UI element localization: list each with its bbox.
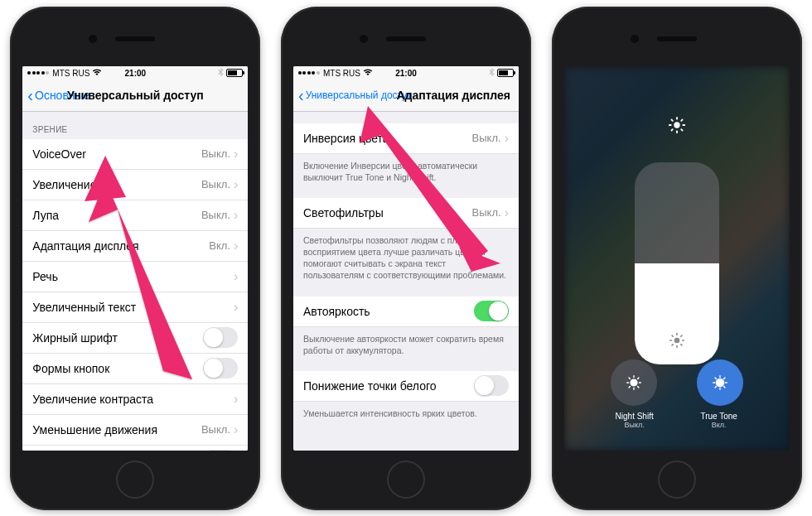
- chevron-right-icon: ›: [234, 208, 238, 223]
- row-invert-colors[interactable]: Инверсия цвета Выкл. ›: [293, 123, 519, 154]
- settings-list[interactable]: Инверсия цвета Выкл. › Включение Инверси…: [293, 112, 519, 423]
- row-button-shapes[interactable]: Формы кнопок: [22, 354, 248, 384]
- svg-line-36: [715, 386, 716, 387]
- back-button[interactable]: ‹ Универсальный доступ: [293, 87, 413, 104]
- brightness-slider[interactable]: [635, 162, 719, 364]
- section-header-vision: ЗРЕНИЕ: [22, 112, 248, 139]
- footer-filters: Светофильтры позволяют людям с плохим во…: [293, 229, 519, 285]
- footer-auto: Выключение автояркости может сократить в…: [293, 327, 519, 359]
- screen: MTS RUS 21:00 ‹ Основные Универсальный д…: [22, 66, 248, 451]
- toggle-onoff-labels[interactable]: [203, 450, 238, 451]
- row-display-accommodations[interactable]: Адаптация дисплея Вкл. ›: [22, 231, 248, 262]
- home-button[interactable]: [658, 461, 696, 499]
- night-shift-label: Night Shift Выкл.: [597, 412, 672, 429]
- svg-line-19: [680, 335, 681, 336]
- svg-line-28: [637, 378, 638, 379]
- label-text: Night Shift: [616, 412, 654, 421]
- toggle-reduce-white-point[interactable]: [474, 375, 509, 396]
- bluetooth-icon: [489, 68, 495, 79]
- row-value: Выкл.: [201, 423, 230, 436]
- row-auto-brightness[interactable]: Автояркость: [293, 297, 519, 327]
- row-zoom[interactable]: Увеличение Выкл. ›: [22, 170, 248, 200]
- battery-icon: [226, 69, 243, 77]
- row-value: Выкл.: [472, 132, 501, 144]
- home-button[interactable]: [116, 461, 154, 499]
- row-magnifier[interactable]: Лупа Выкл. ›: [22, 200, 248, 231]
- svg-line-9: [671, 129, 672, 130]
- chevron-right-icon: ›: [234, 269, 238, 284]
- row-reduce-motion[interactable]: Уменьшение движения Выкл. ›: [22, 415, 248, 446]
- row-label: Увеличенный текст: [32, 301, 234, 314]
- chevron-right-icon: ›: [234, 300, 238, 315]
- nav-bar: ‹ Основные Универсальный доступ: [22, 80, 248, 112]
- status-bar: MTS RUS 21:00: [22, 66, 248, 80]
- sun-icon: [668, 116, 686, 138]
- svg-point-29: [716, 379, 723, 386]
- chevron-left-icon: ‹: [298, 87, 304, 104]
- night-shift-button[interactable]: [611, 359, 657, 406]
- svg-point-11: [674, 337, 679, 343]
- chevron-right-icon: ›: [505, 131, 509, 146]
- svg-point-20: [630, 379, 637, 386]
- footer-invert: Включение Инверсии цвета автоматически в…: [293, 154, 519, 186]
- page-title: Адаптация дисплея: [396, 89, 510, 102]
- toggle-bold-text[interactable]: [203, 327, 238, 348]
- chevron-right-icon: ›: [505, 205, 509, 220]
- row-voiceover[interactable]: VoiceOver Выкл. ›: [22, 139, 248, 170]
- row-label: Адаптация дисплея: [32, 239, 209, 253]
- row-reduce-white-point[interactable]: Понижение точки белого: [293, 371, 519, 402]
- camera: [631, 35, 639, 43]
- row-label: Автояркость: [303, 305, 474, 318]
- svg-line-16: [672, 335, 673, 336]
- phone-control-center: Night Shift Выкл. True Tone Вкл.: [552, 7, 802, 510]
- row-label: Увеличение контраста: [32, 393, 234, 406]
- row-label: Понижение точки белого: [303, 379, 474, 393]
- footer-white: Уменьшается интенсивность ярких цветов.: [293, 402, 519, 422]
- svg-line-8: [681, 129, 682, 130]
- phone-display-accommodations: MTS RUS 21:00 ‹ Универсальный доступ Ада…: [281, 7, 531, 510]
- time-label: 21:00: [293, 69, 519, 78]
- home-button[interactable]: [387, 461, 425, 499]
- row-onoff-labels[interactable]: Этикетки Вкл./Выкл.: [22, 446, 248, 451]
- svg-line-27: [629, 386, 630, 387]
- status-bar: MTS RUS 21:00: [293, 66, 519, 80]
- row-value: Выкл.: [201, 147, 230, 160]
- svg-line-25: [629, 378, 630, 379]
- row-label: Светофильтры: [303, 206, 472, 219]
- page-title: Универсальный доступ: [22, 89, 248, 102]
- row-label: Жирный шрифт: [32, 331, 203, 345]
- battery-icon: [497, 69, 514, 77]
- row-label: Лупа: [32, 209, 201, 222]
- nav-bar: ‹ Универсальный доступ Адаптация дисплея: [293, 80, 519, 112]
- chevron-right-icon: ›: [234, 422, 238, 437]
- chevron-right-icon: ›: [234, 147, 238, 162]
- svg-line-34: [715, 378, 716, 379]
- row-larger-text[interactable]: Увеличенный текст ›: [22, 292, 248, 323]
- speaker: [115, 36, 155, 41]
- row-label: Инверсия цвета: [303, 132, 472, 145]
- row-color-filters[interactable]: Светофильтры Выкл. ›: [293, 198, 519, 229]
- row-label: VoiceOver: [32, 147, 201, 161]
- toggle-button-shapes[interactable]: [203, 358, 238, 379]
- row-label: Речь: [32, 270, 234, 283]
- camera: [89, 35, 97, 43]
- control-center: Night Shift Выкл. True Tone Вкл.: [564, 66, 790, 451]
- chevron-right-icon: ›: [234, 392, 238, 407]
- settings-list[interactable]: ЗРЕНИЕ VoiceOver Выкл. › Увеличение Выкл…: [22, 112, 248, 451]
- svg-line-10: [681, 119, 682, 120]
- label-value: Вкл.: [682, 421, 756, 429]
- svg-line-35: [723, 386, 724, 387]
- row-label: Формы кнопок: [32, 362, 203, 375]
- true-tone-label: True Tone Вкл.: [682, 412, 756, 429]
- chevron-right-icon: ›: [234, 239, 238, 253]
- row-increase-contrast[interactable]: Увеличение контраста ›: [22, 384, 248, 415]
- row-value: Выкл.: [201, 178, 230, 190]
- toggle-auto-brightness[interactable]: [474, 301, 509, 321]
- label-text: True Tone: [700, 412, 737, 421]
- svg-line-17: [680, 344, 681, 345]
- row-speech[interactable]: Речь ›: [22, 262, 248, 292]
- svg-line-7: [671, 119, 672, 120]
- speaker: [657, 36, 697, 41]
- true-tone-button[interactable]: [697, 359, 743, 406]
- row-bold-text[interactable]: Жирный шрифт: [22, 323, 248, 354]
